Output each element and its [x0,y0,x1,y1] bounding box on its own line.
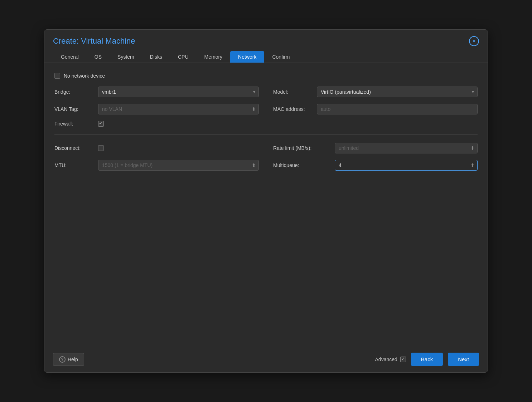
firewall-label: Firewall: [54,121,94,127]
multiqueue-row: Multiqueue: [273,160,478,171]
vlan-spinner-wrapper [98,104,259,114]
tab-bar: General OS System Disks CPU Memory Netwo… [44,46,488,63]
back-button[interactable]: Back [411,353,443,366]
no-network-checkbox[interactable] [54,73,60,79]
dialog-title: Create: Virtual Machine [53,36,135,46]
no-network-label: No network device [64,73,105,79]
tab-network[interactable]: Network [230,51,264,63]
advanced-label: Advanced [375,357,397,362]
help-icon: ? [59,356,66,363]
bridge-select[interactable]: vmbr1 [98,87,259,97]
advanced-wrap: Advanced [375,357,406,362]
rate-limit-label: Rate limit (MB/s): [273,145,330,151]
firewall-row: Firewall: [54,121,259,127]
mtu-spinner-wrapper [98,160,259,171]
multiqueue-label: Multiqueue: [273,162,330,168]
tab-os[interactable]: OS [87,51,110,63]
dialog-footer: ? Help Advanced Back Next [44,346,488,372]
mtu-label: MTU: [54,162,94,168]
help-label: Help [68,357,78,362]
create-vm-dialog: Create: Virtual Machine × General OS Sys… [44,29,488,373]
bridge-label: Bridge: [54,89,94,95]
multiqueue-input[interactable] [335,160,478,171]
model-select-wrapper: VirtIO (paravirtualized) [317,87,478,97]
bridge-select-wrapper: vmbr1 [98,87,259,97]
mtu-row: MTU: [54,160,259,171]
model-label: Model: [273,89,313,95]
tab-memory[interactable]: Memory [197,51,231,63]
mac-input-wrap [317,104,478,114]
model-select[interactable]: VirtIO (paravirtualized) [317,87,478,97]
rate-limit-input[interactable] [335,143,478,153]
bottom-form-grid: Disconnect: Rate limit (MB/s): MTU: Mult… [54,143,478,171]
mac-label: MAC address: [273,106,313,112]
disconnect-checkbox[interactable] [98,145,104,151]
vlan-label: VLAN Tag: [54,106,94,112]
advanced-checkbox[interactable] [400,357,406,362]
bridge-row: Bridge: vmbr1 [54,87,259,97]
top-form-grid: Bridge: vmbr1 Model: VirtIO (paravirtual… [54,87,478,127]
multiqueue-spinner-wrapper [335,160,478,171]
vlan-row: VLAN Tag: [54,104,259,114]
next-button[interactable]: Next [448,353,479,366]
rate-limit-row: Rate limit (MB/s): [273,143,478,153]
dialog-body: No network device Bridge: vmbr1 Model: V… [44,63,488,346]
mac-row: MAC address: [273,104,478,114]
disconnect-label: Disconnect: [54,145,94,151]
firewall-checkbox[interactable] [98,121,104,127]
mtu-input[interactable] [98,160,259,171]
rate-limit-spinner-wrapper [335,143,478,153]
disconnect-row: Disconnect: [54,143,259,153]
mac-input[interactable] [317,104,478,114]
footer-left: ? Help [53,353,84,366]
tab-system[interactable]: System [110,51,142,63]
tab-disks[interactable]: Disks [142,51,170,63]
model-row: Model: VirtIO (paravirtualized) [273,87,478,97]
help-button[interactable]: ? Help [53,353,84,366]
footer-right: Advanced Back Next [375,353,479,366]
tab-cpu[interactable]: CPU [170,51,197,63]
dialog-header: Create: Virtual Machine × [44,30,488,46]
close-button[interactable]: × [469,36,479,46]
section-divider [54,134,478,135]
tab-confirm[interactable]: Confirm [264,51,298,63]
vlan-input[interactable] [98,104,259,114]
no-network-row: No network device [54,73,478,79]
tab-general[interactable]: General [53,51,87,63]
